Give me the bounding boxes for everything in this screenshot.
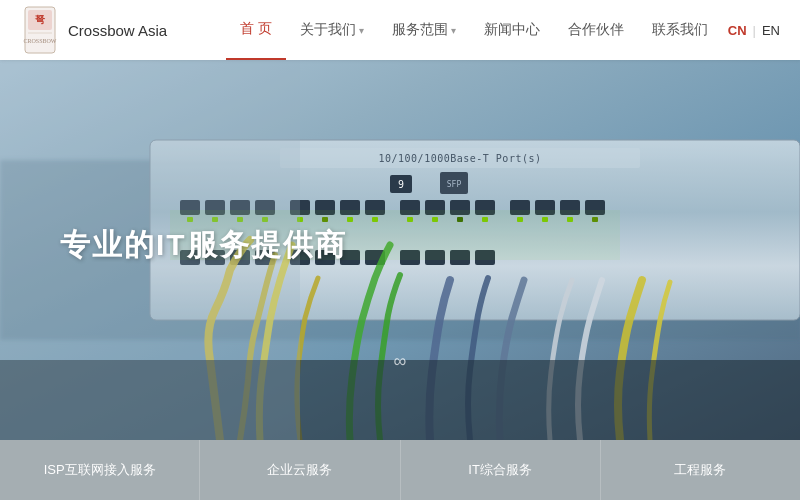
lang-en[interactable]: EN (762, 23, 780, 38)
scroll-indicator[interactable]: ∞ (394, 351, 407, 372)
nav-item-about[interactable]: 关于我们 ▾ (286, 0, 378, 60)
service-item-cloud[interactable]: 企业云服务 (200, 440, 400, 500)
service-item-it[interactable]: IT综合服务 (401, 440, 601, 500)
logo-text: Crossbow Asia (68, 22, 167, 39)
nav-item-partners[interactable]: 合作伙伴 (554, 0, 638, 60)
logo-icon: 弩 CROSSBOW (20, 5, 60, 55)
lang-separator: | (753, 23, 756, 38)
nav-item-services[interactable]: 服务范围 ▾ (378, 0, 470, 60)
svg-text:9: 9 (398, 179, 404, 190)
service-bar: ISP互联网接入服务 企业云服务 IT综合服务 工程服务 (0, 440, 800, 500)
nav-item-home[interactable]: 首 页 (226, 0, 286, 60)
main-nav: 首 页 关于我们 ▾ 服务范围 ▾ 新闻中心 合作伙伴 联系我们 (220, 0, 728, 60)
svg-text:弩: 弩 (34, 14, 46, 25)
nav-item-news[interactable]: 新闻中心 (470, 0, 554, 60)
hero-background: 10/100/1000Base-T Port(s) 9 SFP (0, 60, 800, 440)
hero-section: 10/100/1000Base-T Port(s) 9 SFP (0, 60, 800, 440)
chevron-down-icon: ▾ (359, 25, 364, 36)
svg-text:10/100/1000Base-T Port(s): 10/100/1000Base-T Port(s) (378, 153, 541, 164)
service-item-isp[interactable]: ISP互联网接入服务 (0, 440, 200, 500)
header: 弩 CROSSBOW Crossbow Asia 首 页 关于我们 ▾ 服务范围… (0, 0, 800, 60)
lang-cn[interactable]: CN (728, 23, 747, 38)
hero-title: 专业的IT服务提供商 (60, 225, 347, 266)
svg-text:CROSSBOW: CROSSBOW (23, 38, 56, 44)
service-item-engineering[interactable]: 工程服务 (601, 440, 800, 500)
nav-item-contact[interactable]: 联系我们 (638, 0, 722, 60)
logo[interactable]: 弩 CROSSBOW Crossbow Asia (20, 5, 220, 55)
language-selector: CN | EN (728, 23, 780, 38)
svg-text:SFP: SFP (447, 180, 462, 189)
chevron-down-icon: ▾ (451, 25, 456, 36)
